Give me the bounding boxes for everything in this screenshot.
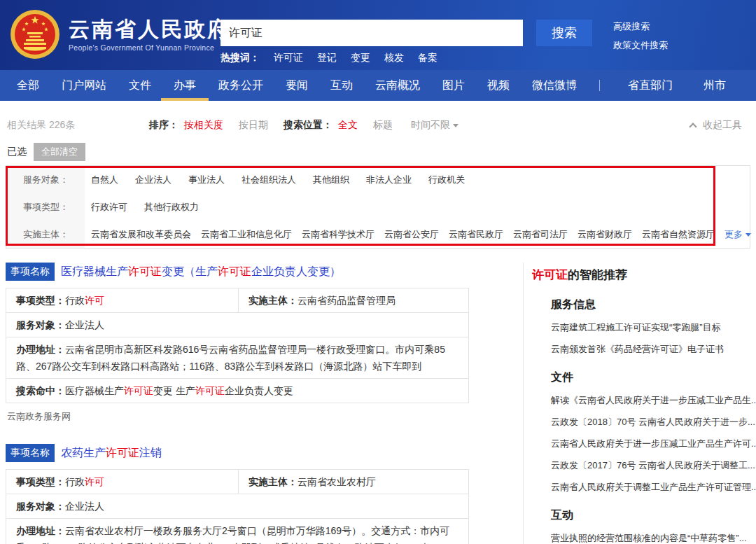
sidebar-link[interactable]: 云政发〔2018〕70号 云南省人民政府关于进一步... <box>551 416 756 428</box>
section-heading: 服务信息 <box>551 298 756 312</box>
filter-option[interactable]: 事业法人 <box>188 174 225 186</box>
sidebar-link[interactable]: 营业执照的经营范围核准的内容是“中草药零售”... <box>551 532 756 544</box>
result-count: 相关结果 226条 <box>7 119 149 132</box>
sidebar-link[interactable]: 云南省人民政府关于调整工业产品生产许可证管理... <box>551 481 756 494</box>
result-detail-table: 事项类型：行政许可 实施主体：云南省农业农村厅 服务对象：企业法人 办理 <box>6 469 469 544</box>
table-row: 事项类型：行政许可 实施主体：云南省农业农村厅 <box>6 470 468 494</box>
result-header: 事项名称 医疗器械生产许可证变更（生产许可证企业负责人变更） <box>6 263 469 281</box>
filter-option[interactable]: 云南省科学技术厅 <box>302 228 374 241</box>
filter-row-label: 实施主体： <box>6 228 85 241</box>
more-filters-button[interactable]: 更多 <box>724 228 751 241</box>
filter-row-service-target: 服务对象： 自然人 企业法人 事业法人 社会组织法人 其他组织 非法人企业 行政… <box>6 166 750 193</box>
table-row: 搜索命中：医疗器械生产许可证变更 生产许可证企业负责人变更 <box>6 378 468 403</box>
hot-word[interactable]: 许可证 <box>274 52 303 64</box>
result-source: 云南政务服务网 <box>7 410 469 423</box>
nav-item-all[interactable]: 全部 <box>17 70 39 101</box>
sidebar-link[interactable]: 解读《云南省人民政府关于进一步压减工业产品生... <box>551 394 756 407</box>
result-title-link[interactable]: 农药生产许可证注销 <box>61 446 162 461</box>
filter-options: 自然人 企业法人 事业法人 社会组织法人 其他组织 非法人企业 行政机关 <box>85 174 750 186</box>
nav-item-provincial-departments[interactable]: 省直部门 <box>628 70 673 101</box>
time-filter-dropdown[interactable]: 时间不限 <box>411 119 458 132</box>
filter-option[interactable]: 企业法人 <box>135 174 172 186</box>
hot-word[interactable]: 备案 <box>418 52 438 64</box>
nav-item-prefectures[interactable]: 州市 <box>704 70 726 101</box>
nav-item-yunnan-overview[interactable]: 云南概况 <box>375 70 420 101</box>
filter-option[interactable]: 云南省司法厅 <box>513 228 568 241</box>
sort-by-date[interactable]: 按日期 <box>239 119 268 132</box>
site-subtitle: People's Government Of Yunnan Province <box>69 43 230 52</box>
result-card: 事项名称 农药生产许可证注销 事项类型：行政许可 实施主体：云南省农业农村厅 <box>6 444 469 544</box>
service-target-cell: 服务对象：企业法人 <box>6 494 468 518</box>
nav-item-documents[interactable]: 文件 <box>129 70 151 101</box>
selected-label: 已选 <box>7 146 27 158</box>
hot-word[interactable]: 核发 <box>384 52 404 64</box>
service-target-cell: 服务对象：企业法人 <box>6 313 468 337</box>
section-heading: 文件 <box>551 370 756 385</box>
agency-cell: 实施主体：云南省药品监督管理局 <box>239 288 468 312</box>
table-row: 办理地址：云南省农业农村厅一楼政务服务大厅2号窗口（昆明市万华路169号）。交通… <box>6 518 468 544</box>
nav-item-gov-disclosure[interactable]: 政务公开 <box>218 70 263 101</box>
caret-down-icon <box>453 124 458 127</box>
sort-by-relevance[interactable]: 按相关度 <box>184 119 223 132</box>
nav-item-news[interactable]: 要闻 <box>286 70 308 101</box>
filter-option[interactable]: 云南省民政厅 <box>449 228 503 241</box>
sort-label: 排序： <box>149 119 178 132</box>
site-logo[interactable]: 云南省人民政府 People's Government Of Yunnan Pr… <box>10 9 230 60</box>
filter-option[interactable]: 云南省发展和改革委员会 <box>91 228 191 241</box>
agency-cell: 实施主体：云南省农业农村厅 <box>239 470 468 494</box>
filter-option[interactable]: 行政许可 <box>91 201 127 214</box>
result-title-link[interactable]: 医疗器械生产许可证变更（生产许可证企业负责人变更） <box>61 265 341 279</box>
scope-fulltext[interactable]: 全文 <box>338 119 358 132</box>
hot-word[interactable]: 变更 <box>351 52 370 64</box>
sidebar-link[interactable]: 云南颁发首张《药品经营许可证》电子证书 <box>551 343 756 356</box>
header-links: 高级搜索 政策文件搜索 <box>613 20 668 52</box>
nav-divider <box>599 80 600 91</box>
hot-word[interactable]: 登记 <box>317 52 337 64</box>
item-name-badge: 事项名称 <box>6 444 55 462</box>
national-emblem-icon <box>10 9 60 60</box>
filter-option[interactable]: 云南省公安厅 <box>384 228 439 241</box>
filter-option[interactable]: 其他组织 <box>313 174 349 186</box>
table-row: 服务对象：企业法人 <box>6 494 468 518</box>
clear-all-button[interactable]: 全部清空 <box>34 143 85 161</box>
nav-item-videos[interactable]: 视频 <box>487 70 510 101</box>
result-toolbar: 相关结果 226条 排序： 按相关度 按日期 搜索位置： 全文 标题 时间不限 … <box>6 119 750 132</box>
filter-option[interactable]: 行政机关 <box>428 174 465 186</box>
nav-item-images[interactable]: 图片 <box>442 70 465 101</box>
nav-item-wechat-weibo[interactable]: 微信微博 <box>532 70 577 101</box>
scope-label: 搜索位置： <box>284 119 332 132</box>
result-card: 事项名称 医疗器械生产许可证变更（生产许可证企业负责人变更） 事项类型：行政许可… <box>6 263 469 423</box>
filter-row-label: 服务对象： <box>6 174 85 186</box>
nav-right-group: 省直部门 州市 <box>599 70 726 101</box>
result-header: 事项名称 农药生产许可证注销 <box>6 444 469 462</box>
hot-words-label: 热搜词： <box>220 52 260 64</box>
filter-option[interactable]: 云南省财政厅 <box>578 228 632 241</box>
filter-option[interactable]: 自然人 <box>91 174 118 186</box>
scope-title[interactable]: 标题 <box>373 119 393 132</box>
search-input[interactable] <box>220 20 523 46</box>
nav-item-services[interactable]: 办事 <box>174 70 196 101</box>
nav-item-interaction[interactable]: 互动 <box>330 70 353 101</box>
sidebar-link[interactable]: 云南省人民政府关于进一步压减工业产品生产许可... <box>551 438 756 450</box>
site-title: 云南省人民政府 <box>69 18 230 41</box>
nav-item-portal-site[interactable]: 门户网站 <box>62 70 106 101</box>
filter-option[interactable]: 云南省工业和信息化厅 <box>201 228 292 241</box>
sidebar-link[interactable]: 云政发〔2017〕76号 云南省人民政府关于调整工... <box>551 459 756 472</box>
filter-option[interactable]: 云南省自然资源厅 <box>642 228 715 241</box>
advanced-search-link[interactable]: 高级搜索 <box>613 20 668 33</box>
chevron-up-icon <box>689 123 696 130</box>
sidebar-link[interactable]: 云南建筑工程施工许可证实现“零跑腿”目标 <box>551 321 756 334</box>
caret-down-icon <box>746 233 751 237</box>
filter-panel: 服务对象： 自然人 企业法人 事业法人 社会组织法人 其他组织 非法人企业 行政… <box>6 165 750 249</box>
policy-file-search-link[interactable]: 政策文件搜索 <box>613 39 668 52</box>
collapse-tools-button[interactable]: 收起工具 <box>690 119 750 132</box>
filter-row-label: 事项类型： <box>6 201 85 214</box>
table-row: 办理地址：云南省昆明市高新区科发路616号云南省药品监督管理局一楼行政受理窗口。… <box>6 337 468 378</box>
search-button[interactable]: 搜索 <box>536 20 592 46</box>
table-row: 服务对象：企业法人 <box>6 312 468 337</box>
filter-row-item-type: 事项类型： 行政许可 其他行政权力 <box>6 193 750 221</box>
results-column: 事项名称 医疗器械生产许可证变更（生产许可证企业负责人变更） 事项类型：行政许可… <box>6 263 469 544</box>
filter-option[interactable]: 社会组织法人 <box>241 174 296 186</box>
filter-option[interactable]: 其他行政权力 <box>144 201 199 214</box>
filter-option[interactable]: 非法人企业 <box>366 174 412 186</box>
